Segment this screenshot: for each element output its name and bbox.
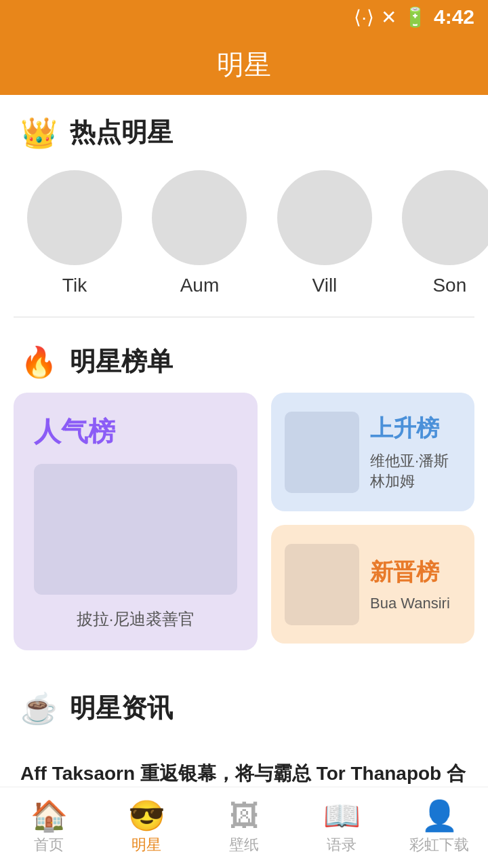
charts-right: 上升榜 维他亚·潘斯林加姆 新晋榜 Bua Wansiri [271,393,474,650]
page-title: 明星 [217,46,271,83]
popular-chart-title: 人气榜 [34,413,237,450]
nav-label-quotes: 语录 [327,835,357,855]
star-item-vill[interactable]: Vill [277,170,372,296]
star-avatar-aum [152,170,247,265]
status-bar: ⟨·⟩ ✕ 🔋 4:42 [0,0,488,34]
rising-chart-image [285,412,359,493]
fire-icon: 🔥 [20,347,58,377]
star-name-vill: Vill [312,275,337,296]
profile-icon: 👤 [421,801,458,831]
rising-chart-person: 维他亚·潘斯林加姆 [370,451,461,492]
star-item-tik[interactable]: Tik [27,170,122,296]
nav-item-home[interactable]: 🏠 首页 [5,801,93,855]
nav-label-home: 首页 [34,835,64,855]
signal-icon: ⟨·⟩ [354,6,374,28]
charts-title: 明星榜单 [70,344,173,379]
new-chart-image [285,544,359,625]
nav-label-star: 明星 [131,835,161,855]
nav-label-wallpaper: 壁纸 [229,835,259,855]
rising-chart-card[interactable]: 上升榜 维他亚·潘斯林加姆 [271,393,474,511]
crown-icon: 👑 [20,118,58,148]
nav-item-wallpaper[interactable]: 🖼 壁纸 [200,801,288,855]
bottom-nav: 🏠 首页 😎 明星 🖼 壁纸 📖 语录 👤 彩虹下载 [0,787,488,868]
star-item-son[interactable]: Son [402,170,488,296]
nav-item-profile[interactable]: 👤 彩虹下载 [395,801,483,855]
star-name-son: Son [432,275,466,296]
star-name-tik: Tik [62,275,87,296]
wifi-icon: ✕ [381,6,396,28]
divider-1 [14,317,474,317]
page-header: 明星 [0,34,488,95]
star-avatar-son [402,170,488,265]
news-title: 明星资讯 [70,691,173,726]
rising-chart-title: 上升榜 [370,413,461,444]
star-avatar-vill [277,170,372,265]
new-chart-info: 新晋榜 Bua Wansiri [370,557,461,612]
rising-chart-info: 上升榜 维他亚·潘斯林加姆 [370,413,461,492]
status-icons: ⟨·⟩ ✕ 🔋 [354,6,427,28]
quotes-icon: 📖 [323,801,361,831]
star-name-aum: Aum [180,275,220,296]
nav-label-profile: 彩虹下载 [409,835,469,855]
hot-stars-scroll[interactable]: Tik Aum Vill Son [0,163,488,317]
new-chart-title: 新晋榜 [370,557,461,588]
status-time: 4:42 [434,5,474,28]
star-nav-icon: 😎 [128,801,165,831]
new-chart-card[interactable]: 新晋榜 Bua Wansiri [271,525,474,644]
news-section-header: ☕ 明星资讯 [0,671,488,739]
charts-section-header: 🔥 明星榜单 [0,324,488,393]
hot-stars-section-header: 👑 热点明星 [0,95,488,163]
home-icon: 🏠 [30,801,68,831]
hot-stars-title: 热点明星 [70,115,173,150]
wallpaper-icon: 🖼 [229,801,259,831]
popular-chart-person: 披拉·尼迪裘善官 [34,608,237,630]
battery-icon: 🔋 [403,6,427,28]
main-content: 👑 热点明星 Tik Aum Vill Son 🔥 明星榜单 人气榜 披拉 [0,95,488,868]
nav-item-star[interactable]: 😎 明星 [102,801,190,855]
popular-chart-card[interactable]: 人气榜 披拉·尼迪裘善官 [14,393,258,650]
star-item-aum[interactable]: Aum [152,170,247,296]
popular-chart-image [34,464,237,595]
charts-grid: 人气榜 披拉·尼迪裘善官 上升榜 维他亚·潘斯林加姆 新晋榜 Bua Wansi… [0,393,488,671]
nav-item-quotes[interactable]: 📖 语录 [298,801,386,855]
coffee-icon: ☕ [20,694,58,724]
new-chart-person: Bua Wansiri [370,595,461,612]
star-avatar-tik [27,170,122,265]
